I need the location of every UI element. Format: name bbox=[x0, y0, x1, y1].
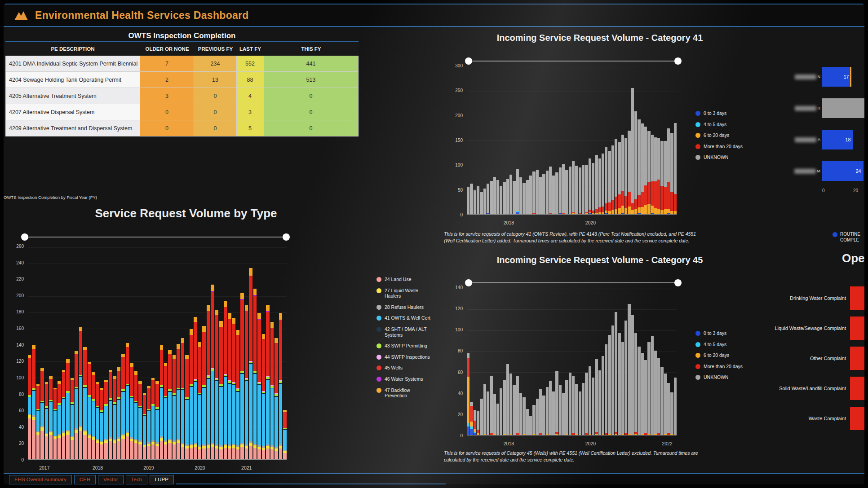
stacked-bar[interactable] bbox=[575, 67, 578, 214]
stacked-bar[interactable] bbox=[615, 67, 617, 214]
stacked-bar[interactable] bbox=[253, 248, 257, 459]
stacked-bar[interactable] bbox=[96, 248, 99, 459]
stacked-bar[interactable] bbox=[516, 67, 519, 214]
stacked-bar[interactable] bbox=[474, 289, 476, 435]
complaint-bar[interactable] bbox=[850, 377, 864, 400]
stacked-bar[interactable] bbox=[529, 67, 532, 214]
stacked-bar[interactable] bbox=[608, 67, 611, 214]
staff-bar-row[interactable]: N17 bbox=[791, 61, 864, 92]
stacked-bar[interactable] bbox=[71, 248, 74, 459]
slider-handle-right[interactable] bbox=[674, 57, 682, 65]
stacked-bar[interactable] bbox=[569, 289, 571, 435]
stacked-bar[interactable] bbox=[579, 289, 581, 435]
stacked-bar[interactable] bbox=[519, 67, 522, 214]
complaint-row[interactable]: Solid Waste/Landfill Complaint bbox=[732, 373, 864, 403]
stacked-bar[interactable] bbox=[147, 248, 150, 459]
stacked-bar[interactable] bbox=[624, 67, 627, 214]
stacked-bar[interactable] bbox=[647, 67, 650, 214]
stacked-bar[interactable] bbox=[647, 289, 650, 435]
stacked-bar[interactable] bbox=[615, 289, 617, 435]
stacked-bar[interactable] bbox=[477, 289, 479, 435]
stacked-bar[interactable] bbox=[53, 248, 57, 459]
stacked-bar[interactable] bbox=[477, 67, 479, 214]
stacked-bar[interactable] bbox=[674, 289, 677, 435]
stacked-bar[interactable] bbox=[28, 248, 31, 459]
stacked-bar[interactable] bbox=[565, 289, 568, 435]
stacked-bar[interactable] bbox=[79, 248, 82, 459]
stacked-bar[interactable] bbox=[228, 248, 231, 459]
stacked-bar[interactable] bbox=[66, 248, 69, 459]
stacked-bar[interactable] bbox=[552, 289, 555, 435]
stacked-bar[interactable] bbox=[36, 248, 40, 459]
stacked-bar[interactable] bbox=[509, 289, 512, 435]
stacked-bar[interactable] bbox=[621, 289, 624, 435]
legend-item[interactable]: 28 Refuse Haulers bbox=[376, 304, 435, 310]
stacked-bar[interactable] bbox=[236, 248, 239, 459]
stacked-bar[interactable] bbox=[572, 289, 575, 435]
stacked-bar[interactable] bbox=[143, 248, 146, 459]
stacked-bar[interactable] bbox=[598, 67, 601, 214]
stacked-bar[interactable] bbox=[634, 289, 637, 435]
stacked-bar[interactable] bbox=[628, 67, 630, 214]
legend-item[interactable]: 42 SHT / DMA / ALT Systems bbox=[376, 326, 435, 338]
stacked-bar[interactable] bbox=[585, 289, 588, 435]
complaint-bar[interactable] bbox=[850, 407, 864, 430]
stacked-bar[interactable] bbox=[474, 67, 476, 214]
stacked-bar[interactable] bbox=[62, 248, 65, 459]
staff-bar[interactable]: 18 bbox=[822, 130, 853, 149]
stacked-bar[interactable] bbox=[654, 67, 657, 214]
stacked-bar[interactable] bbox=[138, 248, 142, 459]
stacked-bar[interactable] bbox=[32, 248, 35, 459]
slider-handle-left[interactable] bbox=[21, 233, 28, 241]
stacked-bar[interactable] bbox=[523, 289, 525, 435]
stacked-bar[interactable] bbox=[164, 248, 167, 459]
stacked-bar[interactable] bbox=[493, 67, 496, 214]
stacked-bar[interactable] bbox=[532, 67, 535, 214]
stacked-bar[interactable] bbox=[480, 289, 483, 435]
slider-handle-right[interactable] bbox=[283, 233, 290, 241]
stacked-bar[interactable] bbox=[611, 289, 614, 435]
staff-bar-row[interactable]: R bbox=[791, 92, 864, 124]
stacked-bar[interactable] bbox=[549, 289, 552, 435]
stacked-bar[interactable] bbox=[198, 248, 201, 459]
stacked-bar[interactable] bbox=[168, 248, 171, 459]
stacked-bar[interactable] bbox=[611, 67, 614, 214]
stacked-bar[interactable] bbox=[283, 248, 286, 459]
stacked-bar[interactable] bbox=[177, 248, 180, 459]
stacked-bar[interactable] bbox=[592, 67, 594, 214]
complaint-row[interactable]: Other Complaint bbox=[732, 343, 864, 373]
tab-ceh[interactable]: CEH bbox=[74, 475, 96, 484]
stacked-bar[interactable] bbox=[523, 67, 525, 214]
legend-item[interactable]: 24 Land Use bbox=[376, 277, 435, 282]
stacked-bar[interactable] bbox=[562, 67, 565, 214]
stacked-bar[interactable] bbox=[536, 289, 539, 435]
stacked-bar[interactable] bbox=[559, 67, 562, 214]
complaint-row[interactable]: Liquid Waste/Sewage Complaint bbox=[732, 313, 864, 343]
stacked-bar[interactable] bbox=[624, 289, 627, 435]
slider-handle-left[interactable] bbox=[465, 57, 472, 65]
stacked-bar[interactable] bbox=[631, 289, 634, 435]
stacked-bar[interactable] bbox=[151, 248, 155, 459]
stacked-bar[interactable] bbox=[670, 67, 673, 214]
legend-item[interactable]: 43 SWFP Permitting bbox=[376, 343, 435, 349]
stacked-bar[interactable] bbox=[160, 248, 163, 459]
stacked-bar[interactable] bbox=[605, 67, 607, 214]
stacked-bar[interactable] bbox=[487, 289, 489, 435]
stacked-bar[interactable] bbox=[555, 289, 558, 435]
stacked-bar[interactable] bbox=[670, 289, 673, 435]
stacked-bar[interactable] bbox=[224, 248, 227, 459]
stacked-bar[interactable] bbox=[559, 289, 562, 435]
stacked-bar[interactable] bbox=[674, 67, 677, 214]
stacked-bar[interactable] bbox=[608, 289, 611, 435]
slider-track[interactable] bbox=[469, 61, 678, 62]
stacked-bar[interactable] bbox=[539, 67, 542, 214]
stacked-bar[interactable] bbox=[500, 67, 502, 214]
stacked-bar[interactable] bbox=[536, 67, 539, 214]
stacked-bar[interactable] bbox=[92, 248, 95, 459]
stacked-bar[interactable] bbox=[618, 67, 620, 214]
stacked-bar[interactable] bbox=[490, 289, 492, 435]
slider-handle-right[interactable] bbox=[674, 279, 682, 286]
stacked-bar[interactable] bbox=[173, 248, 176, 459]
stacked-bar[interactable] bbox=[506, 289, 509, 435]
complaint-row[interactable]: Drinking Water Complaint bbox=[732, 283, 864, 313]
